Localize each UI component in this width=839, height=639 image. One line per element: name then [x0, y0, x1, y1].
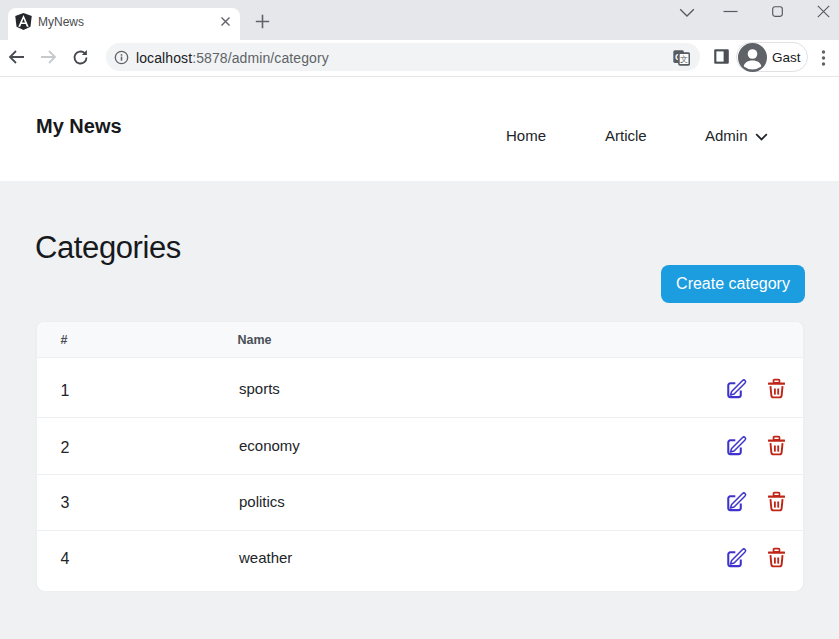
svg-text:文: 文: [680, 55, 688, 64]
